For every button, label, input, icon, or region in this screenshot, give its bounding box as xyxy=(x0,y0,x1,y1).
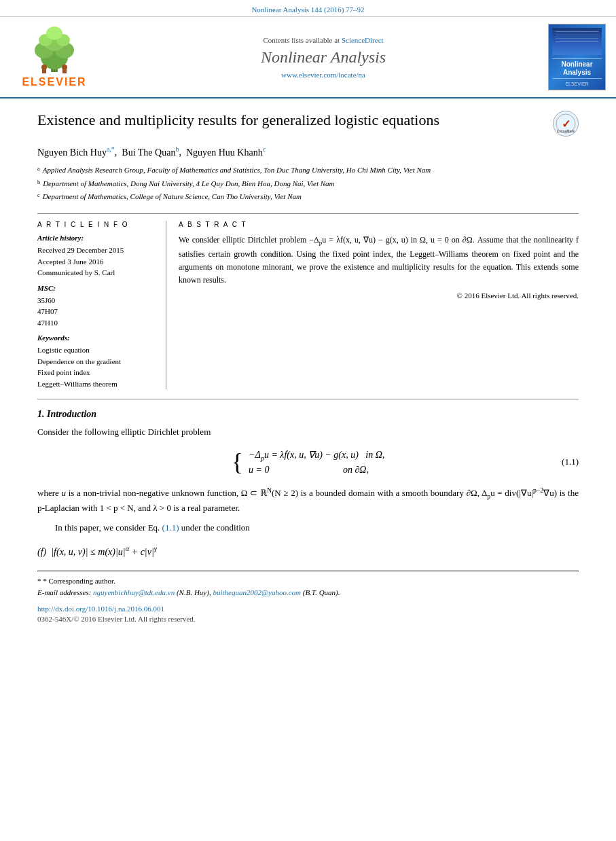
abstract-title: A B S T R A C T xyxy=(179,221,579,228)
affil-text-b: Department of Mathematics, Dong Nai Univ… xyxy=(43,178,334,191)
section-divider xyxy=(37,399,579,399)
affil-marker-a: a xyxy=(37,164,40,177)
email-label: E-mail addresses: xyxy=(37,588,91,596)
authors-line: Nguyen Bich Huya,*, Bui The Quanb, Nguye… xyxy=(37,145,579,158)
journal-cover-image: NonlinearAnalysis ELSEVIER xyxy=(548,24,606,90)
equation-1-1: { −Δpu = λf(x, u, ∇u) − g(x, u) in Ω, u … xyxy=(37,449,579,476)
affil-marker-b: b xyxy=(37,178,40,191)
author-a: Nguyen Bich Huy xyxy=(37,147,107,157)
condition-f: (f) |f(x, u, v)| ≤ m(x)|u|α + c|v|γ xyxy=(37,545,579,558)
copyright-text: © 2016 Elsevier Ltd. All rights reserved… xyxy=(179,291,579,300)
keywords-label: Keywords: xyxy=(37,334,156,342)
citation-text: Nonlinear Analysis 144 (2016) 77–92 xyxy=(251,5,364,14)
journal-header: ELSEVIER Contents lists available at Sci… xyxy=(0,17,616,99)
affil-text-a: Applied Analysis Research Group, Faculty… xyxy=(43,164,431,177)
communicated-text: Communicated by S. Carl xyxy=(37,267,156,279)
journal-title-center: Contents lists available at ScienceDirec… xyxy=(105,24,541,90)
email-2[interactable]: buithequan2002@yahoo.com xyxy=(213,588,301,596)
affil-text-c: Department of Mathematics, College of Na… xyxy=(43,191,302,204)
elsevier-logo: ELSEVIER xyxy=(10,24,98,90)
email-2-name: (B.T. Quan). xyxy=(303,588,340,596)
paper-title: Existence and multiplicity results for g… xyxy=(37,111,579,130)
msc-label: MSC: xyxy=(37,284,156,292)
crossmark-icon: ✓ CrossMark xyxy=(553,111,579,137)
sciencedirect-link[interactable]: ScienceDirect xyxy=(342,36,384,44)
svg-text:✓: ✓ xyxy=(562,118,570,130)
affiliation-a: a Applied Analysis Research Group, Facul… xyxy=(37,164,579,177)
intro-para1: Consider the following elliptic Dirichle… xyxy=(37,425,579,440)
intro-para2: where u is a non-trivial non-negative un… xyxy=(37,485,579,516)
author-c-sup: c xyxy=(263,145,266,153)
citation-bar: Nonlinear Analysis 144 (2016) 77–92 xyxy=(0,0,616,17)
svg-point-7 xyxy=(46,26,62,40)
cover-journal-title: NonlinearAnalysis xyxy=(561,60,592,77)
issn-text: 0362-546X/© 2016 Elsevier Ltd. All right… xyxy=(37,615,579,623)
elsevier-wordmark: ELSEVIER xyxy=(22,76,86,88)
journal-name-heading: Nonlinear Analysis xyxy=(261,48,386,67)
abstract-section: A B S T R A C T We consider elliptic Dir… xyxy=(179,221,579,389)
corresponding-author-note: * * Corresponding author. xyxy=(37,575,579,587)
received-text: Received 29 December 2015 xyxy=(37,245,156,256)
left-brace: { xyxy=(232,450,243,474)
journal-url[interactable]: www.elsevier.com/locate/na xyxy=(281,71,365,79)
abstract-text: We consider elliptic Dirichlet problem −… xyxy=(179,234,579,286)
introduction-heading: 1. Introduction xyxy=(37,409,579,420)
equation-line1: −Δpu = λf(x, u, ∇u) − g(x, u) in Ω, xyxy=(249,449,384,462)
system-lines: −Δpu = λf(x, u, ∇u) − g(x, u) in Ω, u = … xyxy=(249,449,384,476)
author-b: Bui The Quan xyxy=(122,147,175,157)
article-info-column: A R T I C L E I N F O Article history: R… xyxy=(37,221,166,389)
paper-content: ✓ CrossMark Existence and multiplicity r… xyxy=(0,99,616,637)
equation-line2: u = 0 on ∂Ω, xyxy=(249,465,384,476)
affiliation-b: b Department of Mathematics, Dong Nai Un… xyxy=(37,178,579,191)
history-label: Article history: xyxy=(37,234,156,242)
contents-line: Contents lists available at ScienceDirec… xyxy=(263,36,383,44)
equation-number-1-1: (1.1) xyxy=(562,457,579,467)
crossmark-badge: ✓ CrossMark xyxy=(553,111,579,137)
accepted-text: Accepted 3 June 2016 xyxy=(37,256,156,268)
svg-rect-11 xyxy=(62,69,67,73)
title-area: ✓ CrossMark Existence and multiplicity r… xyxy=(37,111,579,139)
article-info-title: A R T I C L E I N F O xyxy=(37,221,156,228)
elsevier-tree-icon xyxy=(24,26,85,74)
msc-text: 35J60 47H07 47H10 xyxy=(37,295,156,329)
footnote-section: * * Corresponding author. E-mail address… xyxy=(37,571,579,598)
email-1[interactable]: nguyenbichhuy@tdt.edu.vn xyxy=(93,588,175,596)
keywords-text: Logistic equation Dependence on the grad… xyxy=(37,344,156,389)
svg-rect-9 xyxy=(42,69,46,73)
affiliation-c: c Department of Mathematics, College of … xyxy=(37,191,579,204)
equation-system: { −Δpu = λf(x, u, ∇u) − g(x, u) in Ω, u … xyxy=(232,449,385,476)
author-c: Nguyen Huu Khanh xyxy=(186,147,263,157)
svg-text:CrossMark: CrossMark xyxy=(557,129,575,133)
author-a-sup: a,* xyxy=(107,145,115,153)
email-addresses: E-mail addresses: nguyenbichhuy@tdt.edu.… xyxy=(37,587,579,598)
doi-link[interactable]: http://dx.doi.org/10.1016/j.na.2016.06.0… xyxy=(37,605,579,613)
intro-para3: In this paper, we consider Eq. (1.1) und… xyxy=(37,521,579,535)
email-1-name: (N.B. Huy), xyxy=(177,588,211,596)
author-b-sup: b xyxy=(175,145,179,153)
affil-marker-c: c xyxy=(37,191,40,204)
affiliations: a Applied Analysis Research Group, Facul… xyxy=(37,164,579,204)
article-body: A R T I C L E I N F O Article history: R… xyxy=(37,213,579,389)
